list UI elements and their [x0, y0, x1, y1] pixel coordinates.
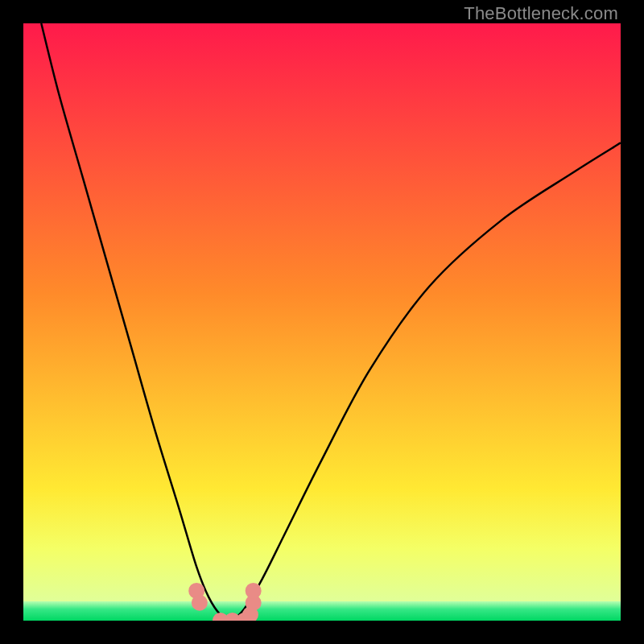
- plot-area: [23, 23, 621, 621]
- watermark-text: TheBottleneck.com: [464, 3, 618, 24]
- chart-svg: [23, 23, 621, 621]
- dot: [246, 583, 262, 599]
- chart-frame: TheBottleneck.com: [0, 0, 644, 644]
- green-band: [23, 601, 621, 621]
- gradient-bg: [23, 23, 621, 621]
- dot: [192, 595, 208, 611]
